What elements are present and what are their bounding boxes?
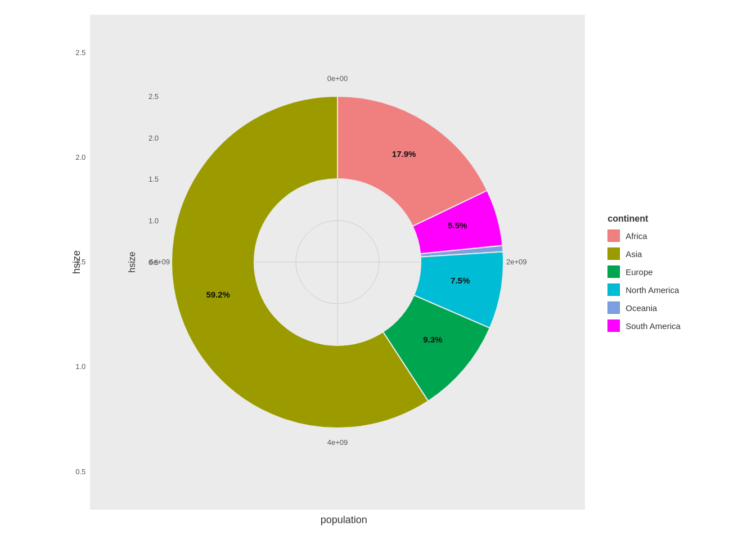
legend-label-africa: Africa	[626, 231, 647, 241]
legend-item-africa: Africa	[608, 230, 681, 242]
legend-swatch-europe	[608, 266, 620, 278]
svg-text:17.9%: 17.9%	[392, 148, 416, 158]
svg-text:0.5: 0.5	[148, 258, 159, 267]
donut-chart: 0e+002e+094e+096e+0917.9%5.5%7.5%9.3%59.…	[118, 43, 557, 482]
y-axis-label: hsize	[71, 250, 83, 273]
y-tick-2-0: 2.0	[75, 153, 86, 161]
svg-text:2e+09: 2e+09	[506, 258, 527, 266]
plot-with-axes: 2.5 2.0 1.5 1.0 0.5 hsize	[75, 15, 585, 526]
svg-text:1.5: 1.5	[148, 175, 159, 183]
svg-text:2.0: 2.0	[148, 134, 159, 142]
svg-text:59.2%: 59.2%	[206, 290, 231, 299]
legend-label-europe: Europe	[626, 267, 652, 277]
svg-text:2.5: 2.5	[148, 92, 159, 101]
legend-label-south-america: South America	[626, 321, 681, 331]
plot-area: hsize	[90, 15, 585, 510]
legend-item-asia: Asia	[608, 248, 681, 260]
svg-text:1.0: 1.0	[148, 217, 159, 225]
legend-swatch-asia	[608, 248, 620, 260]
legend-title: continent	[608, 214, 681, 224]
svg-text:4e+09: 4e+09	[327, 438, 348, 447]
legend-item-south-america: South America	[608, 320, 681, 332]
legend-swatch-north-america	[608, 284, 620, 296]
y-tick-2-5: 2.5	[75, 48, 86, 57]
svg-text:5.5%: 5.5%	[448, 220, 467, 230]
svg-text:7.5%: 7.5%	[451, 276, 470, 285]
x-axis-label: population	[321, 514, 367, 526]
legend-swatch-south-america	[608, 320, 620, 332]
svg-text:9.3%: 9.3%	[423, 334, 442, 344]
legend-item-north-america: North America	[608, 284, 681, 296]
legend-item-europe: Europe	[608, 266, 681, 278]
legend: continent Africa Asia Europe North Ameri…	[608, 214, 681, 338]
svg-text:hsize: hsize	[127, 251, 137, 272]
y-tick-1-0: 1.0	[75, 362, 86, 371]
plot-row: 2.5 2.0 1.5 1.0 0.5 hsize	[75, 15, 585, 510]
chart-inner: 2.5 2.0 1.5 1.0 0.5 hsize	[0, 0, 756, 540]
legend-swatch-africa	[608, 230, 620, 242]
chart-container: 2.5 2.0 1.5 1.0 0.5 hsize	[0, 0, 756, 540]
legend-item-oceania: Oceania	[608, 302, 681, 314]
legend-label-oceania: Oceania	[626, 303, 657, 313]
svg-text:0e+00: 0e+00	[327, 74, 348, 83]
legend-label-asia: Asia	[626, 249, 642, 259]
legend-label-north-america: North America	[626, 285, 679, 295]
y-tick-0-5: 0.5	[75, 467, 86, 476]
legend-swatch-oceania	[608, 302, 620, 314]
